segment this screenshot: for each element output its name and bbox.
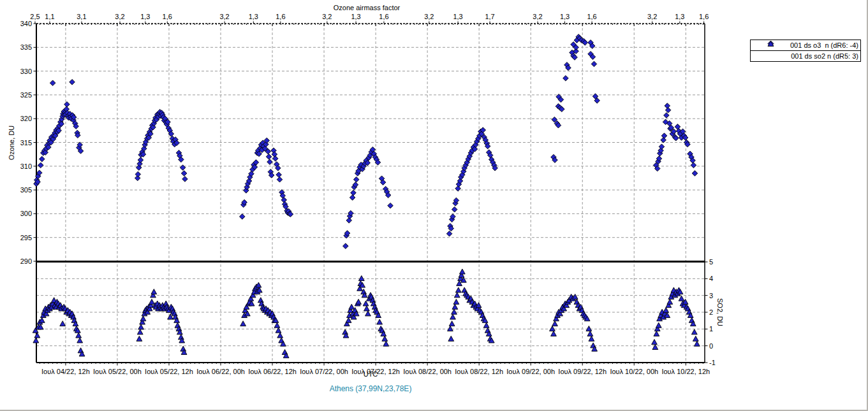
ozone-data-point [276,172,282,178]
so2-data-point [140,316,146,321]
ozone-data-point [70,79,75,85]
so2-data-point [346,317,351,322]
date-tick-label: Ιουλ 06/22, 12h [246,368,299,375]
so2-data-point [483,322,489,328]
airmass-tick-label: 3,2 [318,13,336,20]
ozone-data-point [664,113,670,119]
ozone-data-point [452,206,457,212]
so2-data-point [452,304,458,309]
so2-data-point [454,292,460,298]
airmass-tick-label: 1,3 [244,13,262,20]
ozone-data-point [691,162,696,168]
date-tick-label: Ιουλ 09/22, 12h [555,368,609,375]
airmass-tick-label: 1,3 [556,13,574,20]
ozone-tick-label: 290 [14,257,32,265]
so2-data-point [377,319,383,324]
so2-data-point [274,322,280,328]
ozone-data-point [272,156,278,162]
so2-data-point [149,299,155,304]
date-tick-label: Ιουλ 05/22, 12h [142,368,196,375]
so2-data-point [383,341,389,346]
so2-data-point [667,299,673,304]
date-tick-label: Ιουλ 09/22, 00h [504,368,557,375]
so2-data-point [34,333,40,338]
ozone-tick-label: 310 [14,162,32,170]
airmass-tick-label: 1,1 [41,13,59,20]
so2-data-point [356,299,362,304]
ozone-data-point [661,137,666,143]
legend-entry-label: 001 ds so2 n (dR5: 3) [751,52,860,60]
legend-entry: 001 ds so2 n (dR5: 3) [751,50,860,61]
so2-data-point [448,326,453,331]
ozone-tick-label: 300 [14,210,32,217]
so2-tick-label: 3 [709,292,713,299]
so2-tick-label: 2 [709,308,713,316]
so2-data-point [151,289,157,294]
so2-data-point [551,331,557,336]
so2-tick-label: 1 [709,325,713,333]
airmass-tick-label: 1,6 [583,13,601,20]
ozone-tick-label: 295 [14,234,32,242]
ozone-data-point [446,231,452,236]
ozone-tick-label: 325 [14,91,32,99]
ozone-data-point [661,133,667,139]
ozone-data-point [388,203,394,208]
ozone-data-point [39,156,45,162]
ozone-data-point [349,195,355,201]
airmass-tick-label: 3,1 [73,13,91,20]
ozone-data-point [239,214,245,220]
date-tick-label: Ιουλ 04/22, 12h [39,368,92,375]
so2-data-point [363,301,369,306]
airmass-tick-label: 1,3 [347,13,365,20]
so2-data-point [652,345,658,350]
airmass-tick-label: 1,3 [136,13,154,20]
airmass-tick-label: 1,6 [375,13,393,20]
ozone-data-point [692,171,698,177]
ozone-data-point [266,154,272,160]
so2-data-point [76,333,82,338]
airmass-tick-label: 1,6 [695,13,713,20]
ozone-data-point [277,177,283,182]
ozone-data-point [38,162,43,168]
ozone-data-point [64,102,70,108]
so2-data-point [691,329,697,335]
ozone-data-point [665,103,670,109]
so2-data-point [449,321,455,326]
so2-data-point [136,336,142,341]
ozone-data-point [343,243,349,249]
so2-data-point [453,299,459,304]
date-tick-label: Ιουλ 05/22, 00h [91,368,144,375]
ozone-data-point [455,186,461,192]
so2-data-point [276,328,281,333]
plot-canvas [0,0,868,411]
so2-data-point [656,322,661,328]
so2-data-point [365,311,371,316]
so2-data-point [452,309,457,314]
so2-data-point [137,329,143,335]
so2-data-point [459,269,465,274]
ozone-tick-label: 330 [14,68,32,75]
so2-data-point [77,338,83,343]
ozone-tick-label: 315 [14,139,32,147]
airmass-tick-label: 3,2 [420,13,438,20]
airmass-tick-label: 3,2 [644,13,661,20]
so2-data-point [654,331,659,336]
ozone-tick-label: 320 [14,115,32,122]
so2-data-point [550,326,555,331]
airmass-tick-label: 1,7 [481,13,499,20]
date-tick-label: Ιουλ 08/22, 00h [401,368,454,375]
so2-data-point [679,296,684,301]
so2-data-point [240,321,246,326]
airmass-tick-label: 3,2 [216,13,233,20]
ozone-data-point [267,159,273,165]
date-tick-label: Ιουλ 10/22, 12h [659,368,712,375]
ozone-tick-label: 340 [14,20,32,27]
airmass-tick-label: 3,2 [111,13,129,20]
so2-data-point [60,321,66,326]
airmass-tick-label: 1,3 [449,13,467,20]
ozone-data-point [50,80,55,86]
so2-data-point [589,336,594,341]
ozone-data-point [591,61,597,67]
so2-data-point [448,336,454,341]
so2-data-point [552,321,558,326]
